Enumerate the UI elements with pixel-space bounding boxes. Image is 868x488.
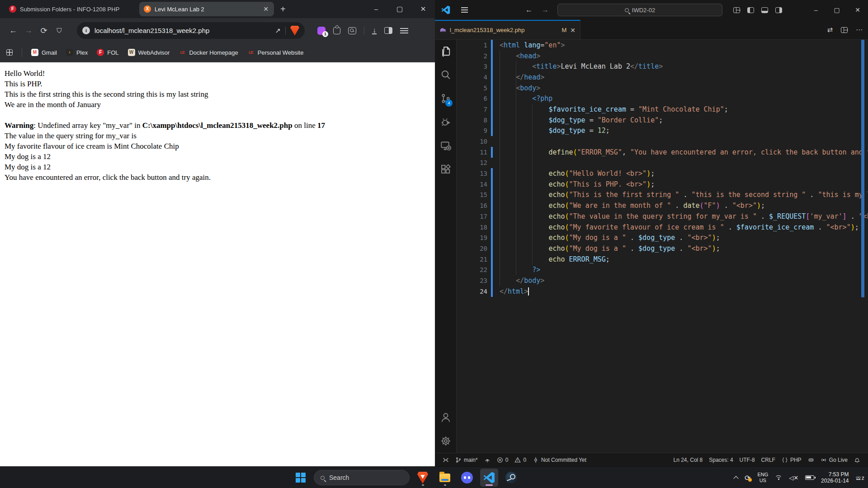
more-actions-icon[interactable]: ⋯: [856, 26, 863, 34]
minimize-button[interactable]: –: [806, 0, 826, 20]
search-tabs-icon[interactable]: [348, 27, 356, 34]
forward-icon[interactable]: →: [21, 26, 36, 35]
toggle-primary-sidebar-icon[interactable]: [747, 7, 754, 13]
run-debug-icon[interactable]: [435, 110, 456, 134]
downloads-icon[interactable]: ↓: [372, 27, 377, 34]
remote-explorer-icon[interactable]: [435, 134, 456, 157]
code-line[interactable]: 23 </body>: [457, 275, 868, 286]
code-line[interactable]: 9 $dog_type = 12;: [457, 126, 868, 136]
sync-icon[interactable]: ⇄: [827, 26, 833, 34]
reload-icon[interactable]: ⟳: [36, 26, 52, 36]
code-line[interactable]: 15 echo("This is the first string " . "t…: [457, 190, 868, 201]
status-item-spaces-4[interactable]: Spaces: 4: [706, 455, 736, 465]
bookmark-fol[interactable]: FFOL: [97, 49, 118, 56]
source-control-icon[interactable]: 4: [435, 87, 456, 110]
extensions-icon[interactable]: [333, 27, 340, 34]
explorer-icon[interactable]: [435, 40, 456, 63]
command-center-search[interactable]: IWD2-02: [557, 4, 722, 16]
sidebar-toggle-icon[interactable]: [384, 27, 392, 34]
overview-ruler-modified[interactable]: [861, 40, 864, 297]
code-line[interactable]: 5 <body>: [457, 83, 868, 94]
status-item-main-[interactable]: main*: [452, 455, 481, 465]
status-item-php[interactable]: PHP: [778, 455, 805, 465]
share-icon[interactable]: ↗: [275, 27, 281, 35]
maximize-button[interactable]: ▢: [826, 0, 847, 20]
status-item-0[interactable]: 0: [494, 455, 512, 465]
account-icon[interactable]: [435, 406, 456, 429]
tray-expand-icon[interactable]: [733, 476, 738, 481]
browser-menu-icon[interactable]: [400, 28, 408, 29]
code-line[interactable]: 3 <title>Levi McLean Lab 2</title>: [457, 61, 868, 72]
status-item[interactable]: [851, 455, 863, 465]
code-line[interactable]: 18 echo("My favorite flavour of ice crea…: [457, 222, 868, 233]
new-tab-button[interactable]: +: [280, 4, 286, 14]
code-line[interactable]: 24</html>: [457, 286, 868, 297]
editor-tab-active[interactable]: l_mclean215318_week2.php M ✕: [435, 20, 580, 39]
site-info-icon[interactable]: i: [82, 27, 90, 34]
settings-gear-icon[interactable]: [435, 429, 456, 453]
go-back-icon[interactable]: ←: [525, 6, 533, 14]
url-bar[interactable]: i localhost/l_mclean215318_week2.php ↗: [77, 22, 305, 39]
clock[interactable]: 7:53 PM2026-01-14: [821, 471, 849, 484]
taskbar-file-explorer[interactable]: [436, 469, 454, 487]
minimize-button[interactable]: –: [364, 5, 388, 13]
status-item-crlf[interactable]: CRLF: [758, 455, 778, 465]
tray-sync-icon[interactable]: ⟳: [745, 474, 750, 482]
tab-close-icon[interactable]: ✕: [570, 27, 576, 34]
code-line[interactable]: 16 echo("We are in the month of " . date…: [457, 200, 868, 211]
language-indicator[interactable]: ENGUS: [757, 472, 768, 483]
taskbar-discord[interactable]: [458, 469, 476, 487]
taskbar-brave[interactable]: [414, 469, 432, 487]
status-item[interactable]: [481, 455, 494, 465]
go-forward-icon[interactable]: →: [542, 6, 549, 14]
close-button[interactable]: ✕: [411, 5, 435, 13]
code-line[interactable]: 10: [457, 136, 868, 147]
status-item-ln-24-col-8[interactable]: Ln 24, Col 8: [670, 455, 706, 465]
code-line[interactable]: 6 <?php: [457, 93, 868, 104]
maximize-button[interactable]: ▢: [388, 5, 411, 13]
taskbar-steam[interactable]: [502, 469, 520, 487]
toggle-panel-icon[interactable]: [761, 7, 768, 13]
volume-muted-icon[interactable]: ◁✕: [789, 474, 798, 481]
close-button[interactable]: ✕: [847, 0, 868, 20]
start-button[interactable]: [292, 469, 310, 487]
code-line[interactable]: 13 echo("Hello World! <br>");: [457, 168, 868, 179]
taskbar-vscode[interactable]: [480, 469, 498, 487]
code-line[interactable]: 7 $favorite_ice_cream = "Mint Chocolate …: [457, 104, 868, 115]
status-item-0[interactable]: 0: [511, 455, 529, 465]
status-item[interactable]: [439, 455, 452, 465]
taskbar-search[interactable]: Search: [314, 470, 410, 485]
apps-grid-icon[interactable]: [6, 49, 13, 56]
vscode-menu-icon[interactable]: [461, 7, 468, 8]
code-line[interactable]: 2 <head>: [457, 51, 868, 61]
status-item-utf-8[interactable]: UTF-8: [736, 455, 758, 465]
back-icon[interactable]: ←: [5, 26, 21, 35]
bookmark-personal-website[interactable]: LEPersonal Website: [247, 49, 304, 56]
bookmark-webadvisor[interactable]: WWebAdvisor: [128, 49, 170, 56]
status-item-go-live[interactable]: Go Live: [817, 455, 851, 465]
notification-bell-icon[interactable]: 🛎ᴢ: [856, 474, 865, 481]
code-line[interactable]: 20 echo("My dog is a " . $dog_type . "<b…: [457, 243, 868, 254]
bookmark-plex[interactable]: ›Plex: [66, 49, 88, 56]
extensions-icon[interactable]: [435, 157, 456, 181]
battery-icon[interactable]: [805, 475, 814, 480]
leo-ai-icon[interactable]: 1: [317, 27, 326, 35]
split-editor-icon[interactable]: [841, 27, 848, 33]
code-line[interactable]: 22 ?>: [457, 264, 868, 275]
wifi-icon[interactable]: [775, 475, 782, 480]
code-line[interactable]: 11 define("ERROR_MSG", "You have encount…: [457, 147, 868, 158]
browser-tab-submission-folders[interactable]: F Submission Folders - INFO-1208 PHP: [5, 2, 139, 16]
status-item[interactable]: [805, 455, 817, 465]
customize-layout-icon[interactable]: [733, 7, 740, 13]
status-item-not-committed-yet[interactable]: Not Committed Yet: [529, 455, 590, 465]
brave-shield-icon[interactable]: [290, 26, 299, 36]
browser-tab-levi-mclean-lab2[interactable]: X Levi McLean Lab 2 ✕: [139, 2, 274, 16]
code-line[interactable]: 14 echo("This is PHP. <br>");: [457, 179, 868, 190]
bookmark-icon[interactable]: ⛉: [52, 27, 67, 35]
code-editor[interactable]: 1<html lang="en">2 <head>3 <title>Levi M…: [457, 40, 868, 453]
code-line[interactable]: 12: [457, 158, 868, 169]
code-line[interactable]: 21 echo ERROR_MSG;: [457, 254, 868, 265]
url-text[interactable]: localhost/l_mclean215318_week2.php: [94, 27, 270, 34]
code-line[interactable]: 8 $dog_type = "Border Collie";: [457, 115, 868, 126]
search-icon[interactable]: [435, 63, 456, 87]
